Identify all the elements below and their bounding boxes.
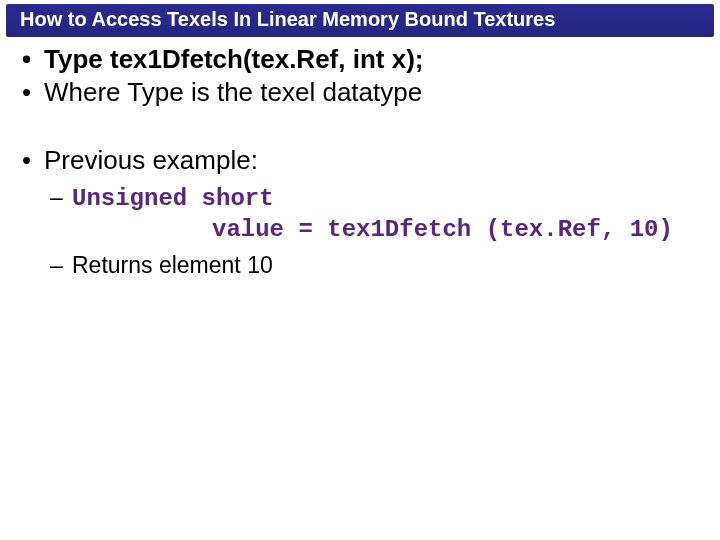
code-line-2: value = tex1Dfetch (tex.Ref, 10) xyxy=(140,214,710,245)
bullet-3-text: Previous example: xyxy=(44,145,258,175)
bullet-list: Type tex1Dfetch(tex.Ref, int x); Where T… xyxy=(14,43,710,110)
spacer xyxy=(14,110,710,144)
bullet-list-2: Previous example: Unsigned short value =… xyxy=(14,144,710,282)
sub-list: Unsigned short value = tex1Dfetch (tex.R… xyxy=(44,183,710,281)
bullet-2: Where Type is the texel datatype xyxy=(14,76,710,109)
sub-code: Unsigned short value = tex1Dfetch (tex.R… xyxy=(44,183,710,245)
code-line-1: Unsigned short xyxy=(72,183,710,214)
slide-content: Type tex1Dfetch(tex.Ref, int x); Where T… xyxy=(0,39,720,281)
slide: How to Access Texels In Linear Memory Bo… xyxy=(0,4,720,540)
bullet-3: Previous example: Unsigned short value =… xyxy=(14,144,710,282)
bullet-1: Type tex1Dfetch(tex.Ref, int x); xyxy=(14,43,710,76)
sub-returns: Returns element 10 xyxy=(44,251,710,281)
slide-title: How to Access Texels In Linear Memory Bo… xyxy=(6,4,714,37)
